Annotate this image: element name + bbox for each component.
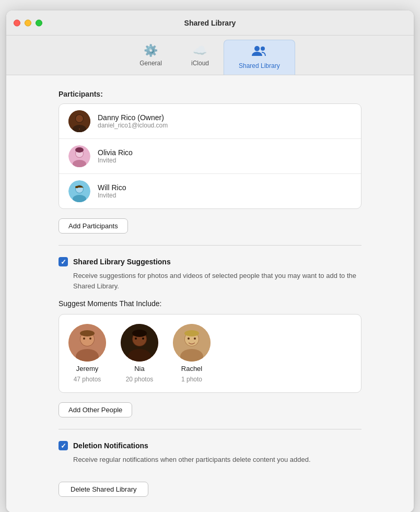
svg-point-5 — [76, 115, 83, 122]
deletion-checkbox[interactable]: ✓ — [59, 441, 68, 450]
participant-status-olivia: Invited — [98, 157, 133, 164]
divider-2 — [59, 429, 361, 429]
window-title: Shared Library — [184, 19, 236, 27]
titlebar: Shared Library — [6, 10, 414, 36]
participants-list: Danny Rico (Owner) daniel_rico1@icloud.c… — [59, 103, 361, 209]
deletion-checkbox-row: ✓ Deletion Notifications — [59, 441, 361, 450]
add-participants-button[interactable]: Add Participants — [59, 218, 128, 234]
moment-count-rachel: 1 photo — [181, 376, 202, 383]
maximize-button[interactable] — [36, 19, 42, 26]
tab-shared-library[interactable]: Shared Library — [224, 40, 295, 75]
moment-name-rachel: Rachel — [181, 365, 202, 373]
suggest-moments-label: Suggest Moments That Include: — [59, 299, 361, 308]
delete-shared-library-button[interactable]: Delete Shared Library — [59, 482, 148, 497]
divider-1 — [59, 245, 361, 246]
svg-point-1 — [261, 46, 265, 51]
moments-box: Jeremy 47 photos Nia 20 — [59, 314, 361, 393]
tab-icloud[interactable]: ☁️ iCloud — [177, 40, 224, 75]
content-area: Participants: Danny Rico (Owner) daniel_… — [6, 75, 414, 512]
minimize-button[interactable] — [25, 19, 31, 26]
participant-status-will: Invited — [98, 192, 126, 199]
svg-point-11 — [75, 147, 84, 153]
svg-point-6 — [79, 129, 80, 130]
tab-shared-library-label: Shared Library — [239, 62, 280, 69]
participant-name-danny: Danny Rico (Owner) — [98, 113, 168, 122]
svg-point-22 — [83, 338, 85, 340]
moment-person-jeremy[interactable]: Jeremy 47 photos — [68, 324, 106, 383]
main-window: Shared Library ⚙️ General ☁️ iCloud Shar… — [6, 10, 414, 512]
people-icon — [252, 44, 266, 60]
tab-icloud-label: iCloud — [191, 60, 209, 67]
participant-info-danny: Danny Rico (Owner) daniel_rico1@icloud.c… — [98, 113, 168, 129]
suggestions-checkbox-label: Shared Library Suggestions — [73, 258, 171, 266]
traffic-lights — [14, 19, 42, 26]
participant-info-olivia: Olivia Rico Invited — [98, 148, 133, 164]
tab-general-label: General — [139, 60, 162, 67]
svg-point-36 — [188, 338, 190, 340]
add-other-people-button[interactable]: Add Other People — [59, 402, 132, 417]
moment-count-nia: 20 photos — [126, 376, 154, 383]
suggestions-checkbox-row: ✓ Shared Library Suggestions — [59, 257, 361, 266]
gear-icon: ⚙️ — [144, 44, 158, 57]
deletion-description: Receive regular notifications when other… — [73, 455, 361, 465]
avatar-jeremy — [68, 324, 106, 362]
svg-point-37 — [194, 338, 196, 340]
moment-name-nia: Nia — [134, 365, 145, 373]
participants-label: Participants: — [59, 90, 361, 98]
participant-name-will: Will Rico — [98, 183, 126, 192]
svg-point-29 — [135, 338, 137, 340]
svg-point-21 — [80, 330, 95, 336]
avatar-rachel — [173, 324, 211, 362]
avatar-nia — [121, 324, 158, 362]
participant-info-will: Will Rico Invited — [98, 183, 126, 199]
checkmark-icon: ✓ — [61, 259, 66, 265]
participant-email-danny: daniel_rico1@icloud.com — [98, 122, 168, 129]
moment-person-nia[interactable]: Nia 20 photos — [121, 324, 158, 383]
close-button[interactable] — [14, 19, 20, 26]
avatar-olivia — [68, 145, 90, 167]
moment-name-jeremy: Jeremy — [76, 365, 99, 373]
moment-person-rachel[interactable]: Rachel 1 photo — [173, 324, 211, 383]
cloud-icon: ☁️ — [193, 44, 207, 57]
svg-point-28 — [132, 330, 147, 337]
svg-point-16 — [75, 186, 78, 188]
moment-count-jeremy: 47 photos — [74, 376, 101, 383]
suggestions-checkbox[interactable]: ✓ — [59, 257, 68, 266]
suggestions-description: Receive suggestions for photos and video… — [73, 271, 361, 291]
participant-row-danny: Danny Rico (Owner) daniel_rico1@icloud.c… — [59, 104, 361, 139]
participant-name-olivia: Olivia Rico — [98, 148, 133, 157]
svg-point-0 — [254, 46, 260, 51]
avatar-danny — [68, 110, 90, 132]
deletion-checkmark-icon: ✓ — [61, 443, 66, 449]
participant-row-olivia: Olivia Rico Invited — [59, 139, 361, 174]
participant-row-will: Will Rico Invited — [59, 174, 361, 208]
deletion-checkbox-label: Deletion Notifications — [73, 441, 148, 450]
svg-point-30 — [142, 338, 144, 340]
svg-point-23 — [89, 338, 91, 340]
avatar-will — [68, 180, 90, 202]
tab-general[interactable]: ⚙️ General — [125, 40, 177, 75]
svg-point-35 — [184, 330, 199, 336]
tabbar: ⚙️ General ☁️ iCloud Shared Library — [6, 36, 414, 75]
